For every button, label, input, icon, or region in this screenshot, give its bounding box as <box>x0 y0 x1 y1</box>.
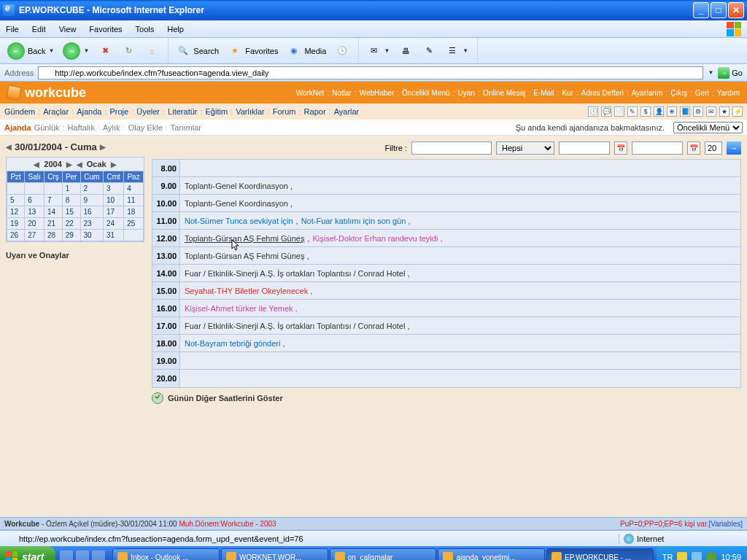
cal-day[interactable]: 10 <box>104 195 124 206</box>
nav-üyeler[interactable]: Üyeler <box>136 107 160 116</box>
filter-date2-input[interactable] <box>632 141 683 155</box>
filter-text-input[interactable] <box>411 141 492 155</box>
cal-day[interactable]: 13 <box>25 206 44 218</box>
menu-view[interactable]: View <box>59 25 77 34</box>
toplink-11[interactable]: Geri <box>695 89 709 97</box>
cal-day[interactable]: 20 <box>25 218 44 230</box>
toplink-9[interactable]: Ayarlarım <box>632 89 663 97</box>
prev-month-button[interactable]: ◀ <box>77 160 82 168</box>
cal-day[interactable]: 3 <box>104 183 124 195</box>
cal-day[interactable]: 5 <box>7 195 25 206</box>
nav-proje[interactable]: Proje <box>110 107 129 116</box>
cal-day[interactable]: 15 <box>62 206 80 218</box>
nav-icon-6[interactable]: 👤 <box>654 106 664 117</box>
cal-day[interactable]: 27 <box>25 230 44 241</box>
cal-day[interactable]: 24 <box>104 218 124 230</box>
print-button[interactable]: 🖶 <box>395 42 416 60</box>
media-button[interactable]: ◉Media <box>284 42 329 60</box>
approvals-heading[interactable]: Uyarı ve Onaylar <box>6 251 144 260</box>
agenda-cell[interactable]: Kişisel-Ahmet türker ile Yemek , <box>180 300 740 316</box>
filter-date1-input[interactable] <box>559 141 610 155</box>
cal-day[interactable]: 1 <box>62 183 80 195</box>
agenda-cell[interactable] <box>180 352 740 369</box>
nav-icon-1[interactable]: 🕓 <box>588 106 598 117</box>
cal-day[interactable]: 8 <box>62 195 80 206</box>
nav-icon-12[interactable]: ⚡ <box>732 106 743 117</box>
filter-type-select[interactable]: Hepsi <box>496 141 554 155</box>
cal-day[interactable]: 28 <box>44 230 63 241</box>
nav-eğitim[interactable]: Eğitim <box>206 107 228 116</box>
cal-day[interactable]: 4 <box>124 183 144 195</box>
subnav-weekly[interactable]: Haftalık <box>68 123 95 132</box>
agenda-cell[interactable]: Toplantı-Genel Koordinasyon , <box>180 177 740 194</box>
agenda-event[interactable]: Not-Bayram tebriği gönderi , <box>185 339 285 348</box>
search-button[interactable]: 🔍Search <box>173 42 222 60</box>
toplink-2[interactable]: WebHaber <box>360 89 395 97</box>
cal-day[interactable]: 17 <box>104 206 124 218</box>
toplink-12[interactable]: Yardım <box>717 89 740 97</box>
toplink-4[interactable]: Uyarı <box>457 89 475 97</box>
task-button[interactable]: EP.WORKCUBE - ... <box>546 548 654 560</box>
toplink-3[interactable]: Öncelikli Menü <box>402 89 450 97</box>
cal-day[interactable]: 16 <box>80 206 103 218</box>
start-button[interactable]: start <box>0 546 55 560</box>
go-button[interactable]: → Go <box>718 67 743 79</box>
task-button[interactable]: on_calismalar <box>330 548 437 560</box>
cal-day[interactable]: 21 <box>44 218 63 230</box>
subnav-defs[interactable]: Tanımlar <box>171 123 201 132</box>
cal-day[interactable]: 19 <box>7 218 25 230</box>
tray-icon-2[interactable] <box>692 552 702 560</box>
nav-icon-3[interactable]: 📄 <box>614 106 624 117</box>
cal-day[interactable]: 2 <box>80 183 103 195</box>
nav-literatür[interactable]: Literatür <box>168 107 197 116</box>
cal-day[interactable]: 6 <box>25 195 44 206</box>
nav-icon-7[interactable]: ⛯ <box>667 106 677 117</box>
agenda-cell[interactable]: Fuar / Etkinlik-Sinerji A.Ş. İş ortaklar… <box>180 317 740 334</box>
history-button[interactable]: 🕓 <box>332 42 352 60</box>
agenda-cell[interactable]: Fuar / Etkinlik-Sinerji A.Ş. İş ortaklar… <box>180 265 740 281</box>
menu-file[interactable]: File <box>6 25 19 34</box>
nav-icon-2[interactable]: 💬 <box>601 106 611 117</box>
ql-icon-3[interactable] <box>92 551 105 560</box>
agenda-event[interactable]: , <box>296 217 298 225</box>
nav-rapor[interactable]: Rapor <box>304 107 326 116</box>
toplink-6[interactable]: E-Mail <box>533 89 554 97</box>
menu-help[interactable]: Help <box>167 25 184 34</box>
agenda-event[interactable]: Not-Sümer Tunca sevkiyat için <box>185 217 293 225</box>
date-picker-2-icon[interactable]: 📅 <box>687 141 700 155</box>
agenda-event[interactable]: Fuar / Etkinlik-Sinerji A.Ş. İş ortaklar… <box>185 322 410 330</box>
agenda-cell[interactable]: Seyahat-THY Biletler Okeylenecek , <box>180 282 740 299</box>
toplink-10[interactable]: Çıkış <box>670 89 687 97</box>
show-more-hours[interactable]: Günün Diğer Saatlerini Göster <box>152 392 741 404</box>
edit-button[interactable]: ✎ <box>419 42 439 60</box>
date-picker-1-icon[interactable]: 📅 <box>614 141 627 155</box>
cal-day[interactable]: 14 <box>44 206 63 218</box>
nav-ajanda[interactable]: Ajanda <box>77 107 101 116</box>
refresh-button[interactable]: ↻ <box>118 42 139 60</box>
tray-icon-1[interactable] <box>677 552 687 560</box>
task-button[interactable]: ajanda_yonetimi... <box>438 548 545 560</box>
nav-icon-9[interactable]: ⚙ <box>693 106 703 117</box>
address-input[interactable]: http://ep.workcube/index.cfm?fuseaction=… <box>38 66 703 79</box>
subnav-monthly[interactable]: Aylık <box>103 123 120 132</box>
next-year-button[interactable]: ▶ <box>66 160 72 168</box>
agenda-cell[interactable]: Not-Sümer Tunca sevkiyat için,Not-Fuar k… <box>180 212 740 229</box>
agenda-cell[interactable]: Toplantı-Gürsan AŞ Fehmi Güneş,Kişisel-D… <box>180 230 740 246</box>
tray-icon-3[interactable] <box>706 552 716 560</box>
toplink-8[interactable]: Adres Defteri <box>581 89 624 97</box>
agenda-event[interactable]: Not-Fuar katılımı için son gün , <box>301 217 411 225</box>
agenda-cell[interactable] <box>180 370 740 387</box>
toplink-0[interactable]: WorkNet <box>296 89 325 97</box>
task-button[interactable]: WORKNET.WOR... <box>221 548 328 560</box>
nav-icon-8[interactable]: 📘 <box>680 106 690 117</box>
agenda-cell[interactable]: Toplantı-Gürsan AŞ Fehmi Güneş , <box>180 247 740 264</box>
menu-edit[interactable]: Edit <box>32 25 46 34</box>
lang-indicator[interactable]: TR <box>662 553 673 560</box>
maximize-button[interactable]: □ <box>711 2 727 18</box>
prev-day-button[interactable]: ◀ <box>6 143 12 151</box>
nav-araçlar[interactable]: Araçlar <box>43 107 69 116</box>
menu-favorites[interactable]: Favorites <box>89 25 122 34</box>
agenda-event[interactable]: Kişisel-Ahmet türker ile Yemek , <box>185 304 298 313</box>
prev-year-button[interactable]: ◀ <box>34 160 39 168</box>
address-dropdown[interactable]: ▼ <box>708 69 713 76</box>
